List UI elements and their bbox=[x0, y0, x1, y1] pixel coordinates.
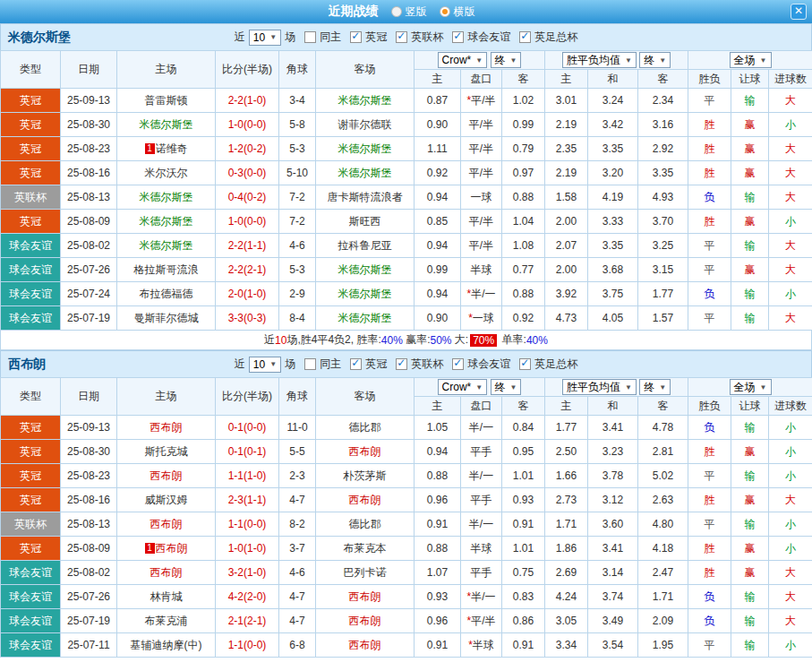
score-link[interactable]: 2-3(1-1) bbox=[216, 488, 279, 512]
euro-final-select[interactable]: 终 bbox=[639, 379, 671, 395]
efl-cup-checkbox[interactable] bbox=[396, 31, 407, 43]
asia-final-select[interactable]: 终 bbox=[491, 379, 522, 395]
score-link[interactable]: 2-2(1-0) bbox=[216, 89, 279, 113]
score-link[interactable]: 1-0(1-0) bbox=[216, 537, 279, 561]
away-team-link[interactable]: 米德尔斯堡 bbox=[338, 167, 392, 179]
home-team-link[interactable]: 布莱克浦 bbox=[145, 615, 188, 627]
match-date: 25-09-13 bbox=[61, 416, 117, 440]
score-link[interactable]: 3-2(1-0) bbox=[216, 561, 279, 585]
away-team-link[interactable]: 谢菲尔德联 bbox=[338, 118, 392, 131]
home-team-link[interactable]: 曼斯菲尔德城 bbox=[134, 312, 199, 324]
match-count-select[interactable]: 10 bbox=[249, 357, 281, 373]
home-team-link[interactable]: 米德尔斯堡 bbox=[140, 215, 193, 228]
friendly-checkbox[interactable] bbox=[452, 358, 464, 370]
home-team-link[interactable]: 威斯汉姆 bbox=[145, 494, 188, 506]
score-link[interactable]: 0-3(0-0) bbox=[216, 161, 279, 185]
asia-final-select[interactable]: 终 bbox=[491, 52, 522, 68]
away-team-link[interactable]: 米德尔斯堡 bbox=[338, 94, 392, 107]
away-team-link[interactable]: 布莱克本 bbox=[344, 542, 387, 555]
away-team-link[interactable]: 德比郡 bbox=[349, 518, 381, 530]
section-team-name[interactable]: 米德尔斯堡 bbox=[8, 30, 71, 46]
away-team-link[interactable]: 拉科鲁尼亚 bbox=[338, 239, 392, 252]
score-link[interactable]: 0-1(0-0) bbox=[216, 416, 279, 440]
home-team-link[interactable]: 西布朗 bbox=[150, 469, 183, 482]
championship-checkbox[interactable] bbox=[350, 358, 362, 370]
home-team-link[interactable]: 西布朗 bbox=[150, 421, 183, 434]
away-team-link[interactable]: 唐卡斯特流浪者 bbox=[328, 191, 403, 203]
match-count-select[interactable]: 10 bbox=[249, 30, 281, 46]
score-link[interactable]: 1-1(0-0) bbox=[216, 512, 279, 537]
score-link[interactable]: 2-0(1-0) bbox=[216, 282, 279, 306]
home-team-link[interactable]: 普雷斯顿 bbox=[145, 94, 188, 107]
section-team-name[interactable]: 西布朗 bbox=[8, 357, 46, 373]
score-link[interactable]: 4-2(2-0) bbox=[216, 585, 279, 609]
euro-final-select[interactable]: 终 bbox=[639, 52, 671, 68]
away-team-link[interactable]: 斯旺西 bbox=[349, 215, 381, 228]
close-icon[interactable]: ✕ bbox=[791, 4, 807, 20]
euro-away-odds: 2.81 bbox=[638, 440, 688, 464]
away-team-link[interactable]: 巴列卡诺 bbox=[344, 566, 387, 579]
home-team-link[interactable]: 西布朗 bbox=[150, 518, 183, 530]
odds-company-select[interactable]: Crow* bbox=[438, 52, 488, 68]
away-team-link[interactable]: 西布朗 bbox=[349, 445, 381, 458]
score-link[interactable]: 0-1(0-1) bbox=[216, 440, 279, 464]
fulltime-select[interactable]: 全场 bbox=[730, 52, 772, 68]
home-team-link[interactable]: 格拉斯哥流浪 bbox=[134, 263, 199, 276]
home-team-link[interactable]: 基辅迪纳摩(中) bbox=[131, 639, 202, 651]
away-team-link[interactable]: 米德尔斯堡 bbox=[338, 288, 392, 300]
friendly-checkbox[interactable] bbox=[452, 31, 464, 43]
handicap-result-indicator: 赢 bbox=[731, 561, 769, 585]
euro-avg-select[interactable]: 胜平负均值 bbox=[562, 52, 637, 68]
fa-cup-checkbox[interactable] bbox=[519, 358, 531, 370]
home-team-link[interactable]: 米德尔斯堡 bbox=[140, 239, 193, 252]
euro-away-odds: 1.77 bbox=[638, 282, 688, 306]
efl-cup-checkbox[interactable] bbox=[396, 358, 407, 370]
handicap-result-indicator: 输 bbox=[731, 609, 769, 633]
away-team-link[interactable]: 西布朗 bbox=[349, 615, 381, 627]
away-team-link[interactable]: 米德尔斯堡 bbox=[338, 263, 392, 276]
same-home-checkbox[interactable] bbox=[304, 358, 316, 370]
score-link[interactable]: 1-0(0-0) bbox=[216, 210, 279, 234]
score-link[interactable]: 1-1(1-0) bbox=[216, 464, 279, 488]
home-team-link[interactable]: 林肯城 bbox=[150, 590, 183, 603]
home-team-link[interactable]: 斯托克城 bbox=[145, 445, 188, 458]
recent-results-table-middlesbrough: 类型 日期 主场 比分(半场) 角球 客场 Crow* 终 胜平负均值 终 全场… bbox=[0, 50, 812, 331]
championship-checkbox[interactable] bbox=[350, 31, 362, 43]
home-team-link[interactable]: 布拉德福德 bbox=[140, 288, 193, 300]
euro-avg-select[interactable]: 胜平负均值 bbox=[562, 379, 637, 395]
away-team-link[interactable]: 西布朗 bbox=[349, 639, 381, 651]
home-team-link[interactable]: 西布朗 bbox=[156, 542, 188, 555]
score-link[interactable]: 0-4(0-2) bbox=[216, 185, 279, 210]
score-link[interactable]: 2-1(2-1) bbox=[216, 609, 279, 633]
score-link[interactable]: 3-3(0-3) bbox=[216, 306, 279, 331]
home-team-link[interactable]: 西布朗 bbox=[150, 566, 183, 579]
home-team-link[interactable]: 米尔沃尔 bbox=[145, 167, 188, 179]
score-link[interactable]: 1-2(0-2) bbox=[216, 137, 279, 161]
vertical-layout-radio[interactable] bbox=[391, 6, 402, 17]
away-team-link[interactable]: 西布朗 bbox=[349, 590, 381, 603]
away-team-link[interactable]: 米德尔斯堡 bbox=[338, 142, 392, 155]
score-link[interactable]: 1-1(0-0) bbox=[216, 633, 279, 658]
col-type: 类型 bbox=[1, 51, 61, 89]
score-link[interactable]: 1-0(0-0) bbox=[216, 113, 279, 137]
away-team-link[interactable]: 德比郡 bbox=[349, 421, 381, 434]
same-home-checkbox[interactable] bbox=[304, 31, 316, 43]
away-team-link[interactable]: 米德尔斯堡 bbox=[338, 312, 392, 324]
result-indicator: 负 bbox=[688, 282, 731, 306]
home-team-link[interactable]: 米德尔斯堡 bbox=[140, 118, 193, 131]
asia-away-odds: 0.86 bbox=[502, 609, 545, 633]
fulltime-select[interactable]: 全场 bbox=[730, 379, 772, 395]
home-team-link[interactable]: 诺维奇 bbox=[156, 142, 188, 155]
match-row: 英冠 25-08-16 米尔沃尔 0-3(0-0) 5-10 米德尔斯堡 0.9… bbox=[1, 161, 812, 185]
fa-cup-checkbox[interactable] bbox=[519, 31, 531, 43]
away-team-link[interactable]: 西布朗 bbox=[349, 494, 381, 506]
odds-company-select[interactable]: Crow* bbox=[438, 379, 488, 395]
asia-away-odds: 1.01 bbox=[502, 537, 545, 561]
horizontal-layout-radio[interactable] bbox=[440, 6, 450, 17]
score-link[interactable]: 2-2(2-1) bbox=[216, 258, 279, 282]
score-link[interactable]: 2-2(1-1) bbox=[216, 234, 279, 258]
near-label: 近 bbox=[235, 357, 245, 372]
handicap-result-indicator: 输 bbox=[731, 633, 769, 658]
away-team-link[interactable]: 朴茨茅斯 bbox=[344, 469, 387, 482]
home-team-link[interactable]: 米德尔斯堡 bbox=[140, 191, 193, 203]
